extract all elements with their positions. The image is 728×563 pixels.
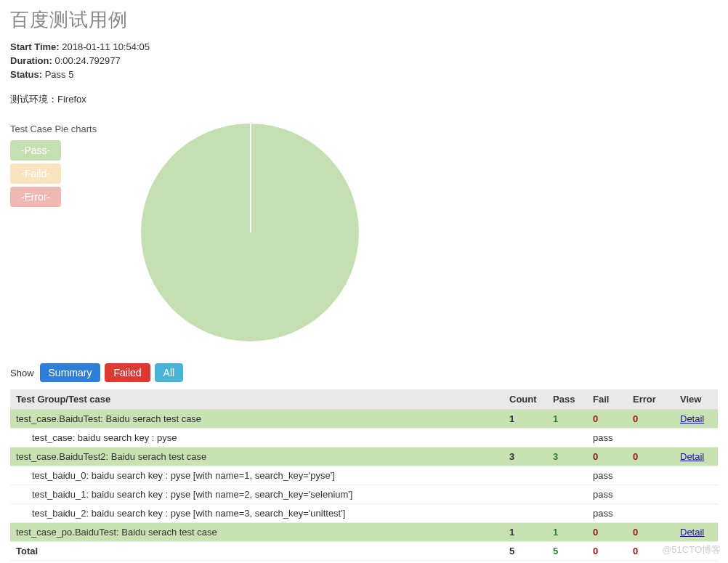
group-fail: 0	[587, 523, 627, 542]
detail-link[interactable]: Detail	[680, 527, 704, 538]
header-name: Test Group/Test case	[10, 389, 503, 410]
group-name: test_case.BaiduTest: Baidu serach test c…	[10, 410, 503, 429]
group-fail: 0	[587, 447, 627, 466]
header-count: Count	[503, 389, 547, 410]
group-row: test_case.BaiduTest: Baidu serach test c…	[10, 410, 718, 429]
group-error: 0	[627, 410, 674, 429]
group-error: 0	[627, 447, 674, 466]
legend-error: -Error-	[10, 187, 61, 207]
group-row: test_case_po.BaiduTest: Baidu serach tes…	[10, 523, 718, 542]
header-pass: Pass	[547, 389, 587, 410]
detail-link[interactable]: Detail	[680, 451, 704, 462]
results-table: Test Group/Test case Count Pass Fail Err…	[10, 389, 718, 561]
start-time-value: 2018-01-11 10:54:05	[62, 41, 150, 52]
total-count: 5	[503, 542, 547, 561]
group-pass: 1	[547, 523, 587, 542]
group-name: test_case.BaiduTest2: Baidu serach test …	[10, 447, 503, 466]
show-label: Show	[10, 368, 34, 378]
header-view: View	[674, 389, 718, 410]
summary-button[interactable]: Summary	[40, 363, 101, 382]
detail-link[interactable]: Detail	[680, 413, 704, 424]
case-row: test_baidu_2: baidu search key : pyse [w…	[10, 504, 718, 523]
group-count: 1	[503, 523, 547, 542]
status-value: Pass 5	[45, 69, 74, 80]
group-view: Detail	[674, 447, 718, 466]
group-name: test_case_po.BaiduTest: Baidu serach tes…	[10, 523, 503, 542]
chart-title: Test Case Pie charts	[10, 123, 718, 134]
case-row: test_baidu_1: baidu search key : pyse [w…	[10, 485, 718, 504]
duration-value: 0:00:24.792977	[54, 55, 120, 66]
case-name: test_baidu_2: baidu search key : pyse [w…	[10, 504, 503, 523]
case-status: pass	[587, 466, 627, 485]
page-title: 百度测试用例	[10, 7, 718, 33]
group-error: 0	[627, 523, 674, 542]
case-row: test_case: baidu search key : pysepass	[10, 429, 718, 447]
chart-legend: -Pass- -Faild- -Error-	[10, 140, 61, 210]
group-count: 1	[503, 410, 547, 429]
total-pass: 5	[547, 542, 587, 561]
header-error: Error	[627, 389, 674, 410]
legend-pass: -Pass-	[10, 140, 61, 161]
case-row: test_baidu_0: baidu search key : pyse [w…	[10, 466, 718, 485]
case-status: pass	[587, 504, 627, 523]
environment: 测试环境：Firefox	[10, 93, 718, 106]
all-button[interactable]: All	[155, 363, 184, 382]
case-name: test_baidu_1: baidu search key : pyse [w…	[10, 485, 503, 504]
case-status: pass	[587, 485, 627, 504]
status-label: Status:	[10, 69, 42, 80]
group-fail: 0	[587, 410, 627, 429]
total-fail: 0	[587, 542, 627, 561]
pie-chart	[141, 123, 359, 341]
group-pass: 1	[547, 410, 587, 429]
group-pass: 3	[547, 447, 587, 466]
group-count: 3	[503, 447, 547, 466]
group-view: Detail	[674, 410, 718, 429]
start-time-label: Start Time:	[10, 41, 60, 52]
total-row: Total5500	[10, 542, 718, 561]
case-name: test_case: baidu search key : pyse	[10, 429, 503, 447]
duration-label: Duration:	[10, 55, 52, 66]
legend-faild: -Faild-	[10, 163, 61, 184]
group-row: test_case.BaiduTest2: Baidu serach test …	[10, 447, 718, 466]
watermark: @51CTO博客	[662, 543, 721, 556]
failed-button[interactable]: Failed	[105, 363, 150, 382]
case-name: test_baidu_0: baidu search key : pyse [w…	[10, 466, 503, 485]
total-label: Total	[10, 542, 503, 561]
case-status: pass	[587, 429, 627, 447]
meta-block: Start Time: 2018-01-11 10:54:05 Duration…	[10, 41, 718, 80]
group-view: Detail	[674, 523, 718, 542]
header-fail: Fail	[587, 389, 627, 410]
